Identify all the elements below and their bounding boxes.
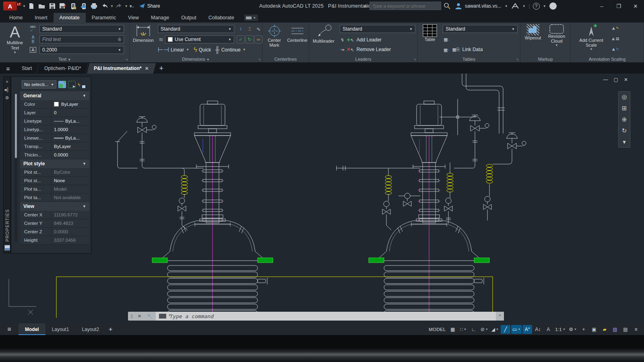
search-input[interactable]: [369, 2, 441, 10]
username[interactable]: sawant.vilas.vs...: [465, 3, 502, 9]
palette-scrollbar[interactable]: [14, 93, 17, 242]
save-icon[interactable]: [47, 2, 57, 10]
close-button[interactable]: ✕: [627, 0, 644, 12]
layout-menu-icon[interactable]: ≡: [0, 326, 19, 333]
model-space-button[interactable]: MODEL: [427, 325, 447, 334]
undo-caret-icon[interactable]: ▼: [110, 4, 114, 8]
oblique-icon[interactable]: ∞: [254, 35, 262, 43]
open-from-web-mobile-icon[interactable]: [68, 2, 78, 10]
property-value[interactable]: 11190.6772: [52, 211, 89, 219]
full-navigation-wheel-icon[interactable]: ◎: [621, 93, 627, 101]
extract-data-icon[interactable]: ▦↓: [443, 35, 451, 43]
property-value[interactable]: 0: [52, 109, 89, 117]
text-height-dropdown[interactable]: 0.2000▼: [39, 46, 124, 54]
render-preview-icon[interactable]: ▨: [610, 325, 620, 334]
minimize-button[interactable]: –: [593, 0, 610, 12]
text-align-icon[interactable]: AB: [29, 35, 37, 43]
palette-settings-icon[interactable]: ⚙: [5, 95, 9, 103]
multiline-text-button[interactable]: A Multiline Text▼: [2, 23, 27, 55]
drawing-minimize-icon[interactable]: —: [603, 77, 608, 82]
dimension-button[interactable]: Dimension: [130, 23, 156, 55]
property-value[interactable]: 0.0000: [52, 228, 89, 236]
command-customize-icon[interactable]: 🔧: [144, 314, 156, 319]
property-value[interactable]: 849.4823: [52, 219, 89, 227]
file-tab[interactable]: P&I Instrumentation*✕: [87, 63, 155, 74]
add-current-scale-button[interactable]: Add Current Scale▼: [574, 23, 609, 55]
upload-data-icon[interactable]: ▦↑: [444, 46, 450, 53]
file-tab-close-icon[interactable]: ✕: [144, 66, 148, 71]
orbit-icon[interactable]: ↻: [622, 127, 627, 134]
status-menu-icon[interactable]: ≡: [631, 325, 641, 334]
help-icon[interactable]: ?: [533, 3, 540, 10]
jog-line-icon[interactable]: ∿: [254, 25, 262, 33]
property-value[interactable]: 3337.0456: [52, 236, 89, 244]
restore-button[interactable]: ❐: [610, 0, 627, 12]
centerline-button[interactable]: Centerline: [286, 23, 308, 55]
layout-tab-layout1[interactable]: Layout1: [45, 323, 76, 335]
layout-tab-model[interactable]: Model: [19, 323, 45, 335]
new-layout-button[interactable]: +: [109, 326, 112, 333]
annotation-scale-icon[interactable]: A: [543, 325, 553, 334]
share-button[interactable]: Share: [139, 3, 160, 9]
workspace-switching-icon[interactable]: ⚙▼: [568, 325, 578, 334]
command-input[interactable]: Type a command: [156, 312, 496, 321]
find-text-field[interactable]: Find textⒶ: [39, 35, 124, 43]
palette-close-icon[interactable]: ×: [6, 79, 8, 87]
section-header-view[interactable]: View▼: [20, 202, 89, 211]
qat-customize-icon[interactable]: ▼̶: [129, 4, 133, 8]
zoom-icon[interactable]: ⊕: [622, 116, 627, 123]
ribbon-tab-annotate[interactable]: Annotate: [54, 13, 86, 23]
command-close-icon[interactable]: ✕: [135, 313, 144, 319]
sync-scale-positions-icon[interactable]: ▲↻: [611, 45, 619, 53]
drawing-restore-icon[interactable]: ▢: [614, 77, 618, 82]
revision-cloud-button[interactable]: Revision Cloud▼: [545, 23, 569, 55]
remove-leader-button[interactable]: Remove Leader: [357, 47, 391, 52]
autoscale-icon[interactable]: A↕: [533, 325, 543, 334]
center-mark-button[interactable]: Center Mark: [263, 23, 285, 55]
isometric-drafting-icon[interactable]: ◢▼: [490, 325, 500, 334]
select-objects-icon[interactable]: ➤: [68, 81, 76, 88]
polar-tracking-icon[interactable]: ⊘▼: [479, 325, 489, 334]
annotation-visibility-icon[interactable]: A°: [522, 325, 532, 334]
command-prompt-icon[interactable]: [159, 314, 166, 319]
property-value[interactable]: ByLayer: [52, 142, 89, 150]
layout-tab-layout2[interactable]: Layout2: [75, 323, 105, 335]
annotative-text-icon[interactable]: A: [29, 46, 37, 54]
grid-display-icon[interactable]: ▦: [448, 325, 458, 334]
autodesk-logo-icon[interactable]: [511, 3, 519, 9]
clean-screen-icon[interactable]: ▤: [621, 325, 630, 334]
property-value[interactable]: ByLa...: [52, 117, 89, 125]
add-delete-scales-icon[interactable]: ▲✎: [611, 24, 619, 32]
save-as-icon[interactable]: [58, 2, 68, 10]
spell-check-icon[interactable]: ABC✓: [29, 25, 37, 33]
search-icon[interactable]: [444, 2, 450, 9]
ribbon-tab-parametric[interactable]: Parametric: [86, 13, 122, 23]
palette-autohide-icon[interactable]: ◄▏: [3, 87, 11, 95]
ribbon-tab-output[interactable]: Output: [175, 13, 202, 23]
scale-list-icon[interactable]: ▲▤: [611, 35, 619, 43]
property-value[interactable]: ByColor: [52, 168, 89, 176]
user-avatar-icon[interactable]: [455, 2, 462, 10]
ortho-mode-icon[interactable]: ∟: [469, 325, 479, 334]
autocad-logo[interactable]: ALT: [3, 2, 17, 10]
search-expand-icon[interactable]: ▶: [364, 4, 367, 8]
leaders-dialog-launcher-icon[interactable]: ↘: [413, 58, 416, 61]
continue-button[interactable]: Continue: [221, 47, 241, 53]
ribbon-display-toggle[interactable]: ▼: [244, 14, 258, 21]
update-icon[interactable]: ↻: [246, 35, 254, 43]
ribbon-tab-view[interactable]: View: [122, 13, 145, 23]
redo-caret-icon[interactable]: ▼: [125, 4, 128, 8]
logo-caret-icon[interactable]: ▼: [23, 4, 26, 8]
command-history-icon[interactable]: ^: [496, 312, 504, 321]
link-data-button[interactable]: Link Data: [462, 47, 483, 52]
user-caret-icon[interactable]: ▼: [505, 4, 508, 8]
dim-style-dropdown[interactable]: Standard▼: [158, 25, 234, 33]
toggle-pickadd-icon[interactable]: +: [58, 81, 66, 88]
add-leader-button[interactable]: Add Leader: [357, 37, 382, 43]
open-file-icon[interactable]: [37, 2, 47, 10]
isolate-objects-icon[interactable]: ▣: [589, 325, 599, 334]
property-value[interactable]: ByLayer: [52, 100, 89, 108]
text-dialog-launcher-icon[interactable]: ↘: [125, 58, 128, 61]
multileader-button[interactable]: Multileader: [310, 23, 337, 55]
property-value[interactable]: None: [52, 177, 89, 185]
